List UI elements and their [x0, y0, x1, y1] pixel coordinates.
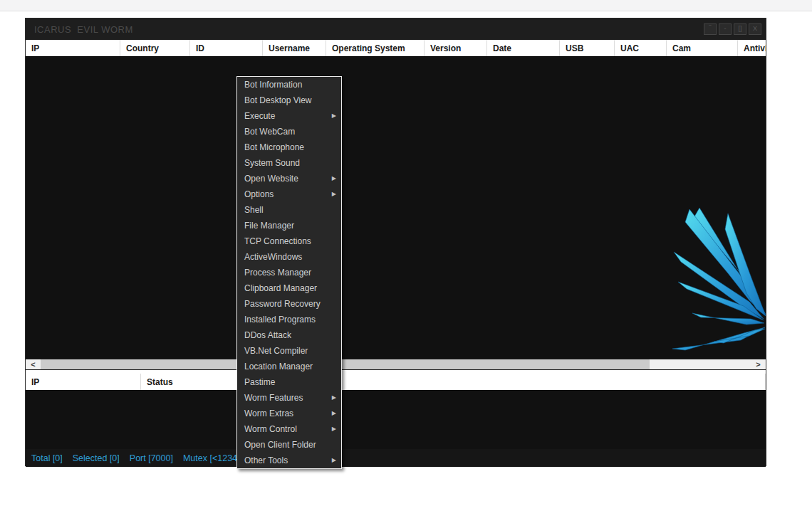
title-bar[interactable]: ICARUS EVIL WORM ‾ - [] X: [26, 19, 766, 40]
status-selected: Selected [0]: [73, 453, 120, 463]
submenu-arrow-icon: ▶: [332, 108, 336, 124]
maximize-button[interactable]: []: [734, 23, 746, 35]
menu-item-label: Open Website: [244, 174, 298, 184]
menu-item-location-manager[interactable]: Location Manager: [237, 359, 341, 374]
status-bar: Total [0] Selected [0] Port [7000] Mutex…: [26, 449, 766, 467]
submenu-arrow-icon: ▶: [332, 453, 336, 468]
menu-item-activewindows[interactable]: ActiveWindows: [237, 249, 341, 265]
menu-item-bot-desktop-view[interactable]: Bot Desktop View: [237, 93, 341, 108]
scroll-left-icon[interactable]: <: [26, 359, 41, 369]
menu-item-worm-features[interactable]: Worm Features▶: [237, 390, 341, 406]
menu-item-tcp-connections[interactable]: TCP Connections: [237, 233, 341, 249]
column-header-status[interactable]: Status: [141, 374, 766, 391]
column-header-uac[interactable]: UAC: [615, 40, 667, 57]
scrollbar-thumb[interactable]: [41, 359, 650, 369]
menu-item-password-recovery[interactable]: Password Recovery: [237, 296, 341, 312]
column-header-username[interactable]: Username: [263, 40, 326, 57]
menu-item-bot-webcam[interactable]: Bot WebCam: [237, 124, 341, 139]
horizontal-scrollbar: < >: [26, 359, 766, 370]
submenu-arrow-icon: ▶: [332, 390, 336, 406]
page: ICARUS EVIL WORM ‾ - [] X IP Country ID …: [0, 0, 812, 506]
column-header-ip2[interactable]: IP: [26, 374, 141, 391]
transfer-table-header: IP Status: [26, 374, 766, 391]
minimize-button[interactable]: -: [719, 23, 732, 35]
menu-item-label: Worm Extras: [244, 409, 293, 418]
menu-item-worm-extras[interactable]: Worm Extras▶: [237, 406, 341, 421]
pin-button[interactable]: ‾: [704, 23, 717, 35]
icarus-window: ICARUS EVIL WORM ‾ - [] X IP Country ID …: [25, 18, 766, 466]
transfer-list-area[interactable]: [26, 391, 766, 449]
menu-item-options[interactable]: Options▶: [237, 186, 341, 202]
menu-item-bot-microphone[interactable]: Bot Microphone: [237, 139, 341, 155]
menu-item-label: Other Tools: [244, 455, 288, 465]
menu-item-other-tools[interactable]: Other Tools▶: [237, 453, 341, 468]
menu-item-ddos-attack[interactable]: DDos Attack: [237, 327, 341, 343]
menu-item-label: Options: [244, 189, 274, 199]
column-header-id[interactable]: ID: [190, 40, 263, 57]
scroll-right-icon[interactable]: >: [751, 359, 766, 369]
menu-item-pastime[interactable]: Pastime: [237, 374, 341, 390]
submenu-arrow-icon: ▶: [332, 171, 336, 186]
close-button[interactable]: X: [749, 23, 761, 35]
column-header-date[interactable]: Date: [487, 40, 560, 57]
menu-item-vbnet-compiler[interactable]: VB.Net Compiler: [237, 343, 341, 359]
menu-item-system-sound[interactable]: System Sound: [237, 155, 341, 171]
column-header-cam[interactable]: Cam: [667, 40, 738, 57]
menu-item-shell[interactable]: Shell: [237, 202, 341, 218]
menu-item-process-manager[interactable]: Process Manager: [237, 265, 341, 280]
column-header-usb[interactable]: USB: [560, 40, 615, 57]
bot-table-header: IP Country ID Username Operating System …: [26, 40, 766, 57]
window-controls: ‾ - [] X: [704, 23, 761, 35]
context-menu: Bot Information Bot Desktop View Execute…: [236, 76, 342, 469]
column-header-version[interactable]: Version: [425, 40, 487, 57]
column-header-country[interactable]: Country: [120, 40, 190, 57]
submenu-arrow-icon: ▶: [332, 421, 336, 437]
menu-item-installed-programs[interactable]: Installed Programs: [237, 312, 341, 327]
column-header-operating-system[interactable]: Operating System: [326, 40, 425, 57]
menu-item-label: Worm Features: [244, 393, 303, 403]
menu-item-worm-control[interactable]: Worm Control▶: [237, 421, 341, 437]
icarus-logo-shards: [672, 208, 766, 359]
browser-chrome-strip: [0, 0, 812, 11]
submenu-arrow-icon: ▶: [332, 406, 336, 421]
bot-list-area[interactable]: [26, 57, 766, 359]
window-title: ICARUS EVIL WORM: [26, 24, 133, 35]
menu-item-label: Execute: [244, 111, 275, 121]
submenu-arrow-icon: ▶: [332, 186, 336, 202]
menu-item-bot-information[interactable]: Bot Information: [237, 77, 341, 93]
status-total: Total [0]: [31, 453, 63, 463]
menu-item-label: Worm Control: [244, 424, 297, 434]
column-header-ip[interactable]: IP: [26, 40, 120, 57]
menu-item-open-website[interactable]: Open Website▶: [237, 171, 341, 186]
menu-item-execute[interactable]: Execute▶: [237, 108, 341, 124]
status-port: Port [7000]: [130, 453, 173, 463]
menu-item-file-manager[interactable]: File Manager: [237, 218, 341, 233]
menu-item-open-client-folder[interactable]: Open Client Folder: [237, 437, 341, 453]
column-header-antivirus[interactable]: Antivirus: [738, 40, 766, 57]
menu-item-clipboard-manager[interactable]: Clipboard Manager: [237, 280, 341, 296]
scrollbar-track[interactable]: [41, 359, 751, 369]
